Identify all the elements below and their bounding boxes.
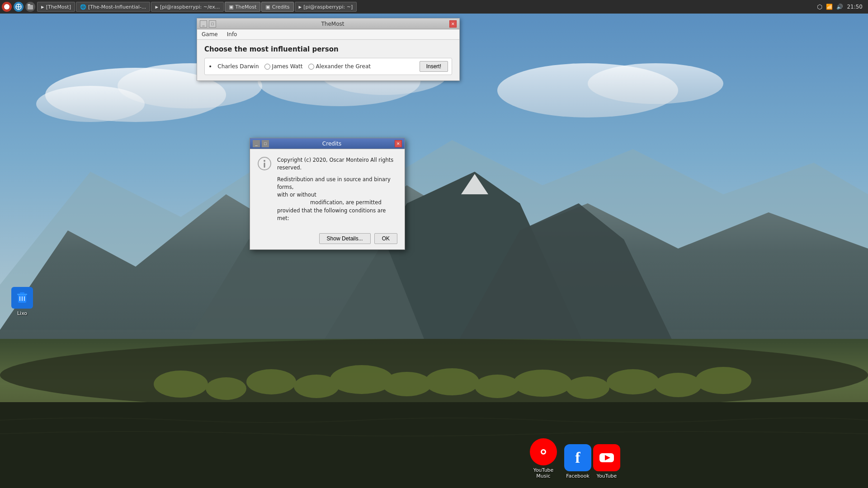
- svg-point-26: [607, 369, 659, 394]
- youtube-music-dock-icon[interactable]: YouTubeMusic: [530, 438, 557, 479]
- body-text: Redistribution and use in source and bin…: [277, 176, 397, 223]
- bullet-point: •: [208, 63, 212, 70]
- svg-point-24: [513, 370, 572, 397]
- taskbar-btn-credits[interactable]: ▣ Credits: [261, 2, 293, 12]
- browser-globe-icon[interactable]: [14, 2, 24, 12]
- raspberry-pi-icon[interactable]: [2, 2, 12, 12]
- svg-rect-35: [28, 4, 30, 5]
- credits-restore-btn[interactable]: □: [262, 140, 269, 147]
- credits-window-icon: ▣: [265, 4, 270, 10]
- insert-button[interactable]: Insert!: [420, 61, 448, 72]
- svg-rect-38: [20, 292, 24, 294]
- svg-point-17: [206, 377, 246, 400]
- taskbar-btn-themost-window[interactable]: ▣ TheMost: [225, 2, 260, 12]
- svg-point-27: [655, 373, 702, 397]
- taskbar-right: ⬡ 📶 🔊 21:50: [817, 3, 866, 10]
- radio-james-watt[interactable]: James Watt: [264, 63, 303, 70]
- radio-alexander[interactable]: Alexander the Great: [308, 63, 371, 70]
- svg-point-47: [542, 450, 545, 453]
- taskbar-btn-browser[interactable]: 🌐 [The-Most-Influential-...: [76, 2, 150, 12]
- svg-point-16: [154, 371, 208, 398]
- radio-alexander-input[interactable]: [308, 64, 314, 70]
- themost-content: Choose the most influential person • Cha…: [197, 40, 459, 80]
- file-manager-icon[interactable]: [25, 2, 35, 12]
- terminal3-icon: ▶: [299, 4, 302, 10]
- svg-rect-29: [0, 402, 868, 488]
- themost-title: TheMost: [216, 21, 449, 27]
- svg-point-7: [588, 63, 723, 104]
- answer-row: • Charles Darwin James Watt Alexander th…: [204, 58, 452, 75]
- credits-title: Credits: [269, 141, 395, 147]
- trash-label: Lixo: [17, 310, 27, 316]
- desktop-background: [0, 14, 868, 488]
- youtube-label: YouTube: [597, 473, 617, 479]
- taskbar-btn-terminal3[interactable]: ▶ [pi@raspberrypi: ~]: [295, 2, 357, 12]
- svg-point-23: [475, 375, 520, 398]
- credits-dialog: _ □ Credits ✕ Copyright (c) 2020, Oscar …: [250, 138, 405, 250]
- svg-point-28: [695, 367, 751, 394]
- themost-menubar: Game Info: [197, 29, 459, 40]
- youtube-dock-icon[interactable]: YouTube: [593, 444, 620, 479]
- themost-window-controls: _ □: [200, 20, 216, 28]
- svg-rect-44: [264, 163, 265, 168]
- credits-close-btn[interactable]: ✕: [395, 140, 402, 147]
- bluetooth-icon: ⬡: [817, 3, 822, 10]
- svg-point-22: [425, 368, 479, 395]
- facebook-dock-icon[interactable]: f Facebook: [564, 444, 591, 479]
- copyright-line: Copyright (c) 2020, Oscar Monteiro All r…: [277, 156, 397, 172]
- svg-point-21: [382, 372, 432, 396]
- credits-window-controls: _ □: [253, 140, 269, 147]
- trash-icon[interactable]: Lixo: [6, 287, 38, 316]
- facebook-label: Facebook: [566, 473, 590, 479]
- svg-point-30: [4, 4, 9, 9]
- credits-info-icon: [257, 156, 272, 171]
- credits-minimize-btn[interactable]: _: [253, 140, 260, 147]
- themost-maximize-btn[interactable]: □: [209, 20, 216, 28]
- option-charles-darwin: Charles Darwin: [217, 63, 259, 70]
- themost-close-btn[interactable]: ✕: [449, 20, 457, 28]
- ok-button[interactable]: OK: [374, 233, 397, 244]
- menu-game[interactable]: Game: [200, 30, 220, 38]
- themost-minimize-btn[interactable]: _: [200, 20, 207, 28]
- themost-window: _ □ TheMost ✕ Game Info Choose the most …: [197, 18, 460, 81]
- youtube-music-label: YouTubeMusic: [533, 467, 554, 479]
- svg-point-43: [264, 160, 265, 162]
- terminal2-icon: ▶: [155, 4, 158, 10]
- taskbar: ▶ [TheMost] 🌐 [The-Most-Influential-... …: [0, 0, 868, 14]
- svg-point-25: [566, 376, 609, 399]
- credits-buttons: Show Details... OK: [250, 230, 405, 249]
- taskbar-btn-terminal2[interactable]: ▶ [pi@raspberrypi: ~/ex...: [151, 2, 224, 12]
- radio-james-watt-input[interactable]: [264, 64, 270, 70]
- svg-point-3: [36, 86, 145, 122]
- clock: 21:50: [847, 4, 863, 10]
- volume-icon: 🔊: [836, 4, 843, 10]
- credits-content: Copyright (c) 2020, Oscar Monteiro All r…: [250, 149, 405, 230]
- question-title: Choose the most influential person: [204, 45, 452, 53]
- menu-info[interactable]: Info: [225, 30, 239, 38]
- show-details-button[interactable]: Show Details...: [319, 233, 371, 244]
- wifi-icon: 📶: [826, 4, 833, 10]
- browser-small-icon: 🌐: [80, 4, 86, 10]
- taskbar-btn-themost-terminal[interactable]: ▶ [TheMost]: [37, 2, 75, 12]
- window-icon: ▣: [229, 4, 233, 10]
- svg-rect-34: [28, 5, 33, 9]
- credits-text: Copyright (c) 2020, Oscar Monteiro All r…: [277, 156, 397, 222]
- svg-point-18: [246, 369, 296, 394]
- credits-titlebar[interactable]: _ □ Credits ✕: [250, 138, 405, 149]
- terminal-icon: ▶: [41, 4, 44, 10]
- themost-titlebar[interactable]: _ □ TheMost ✕: [197, 19, 459, 29]
